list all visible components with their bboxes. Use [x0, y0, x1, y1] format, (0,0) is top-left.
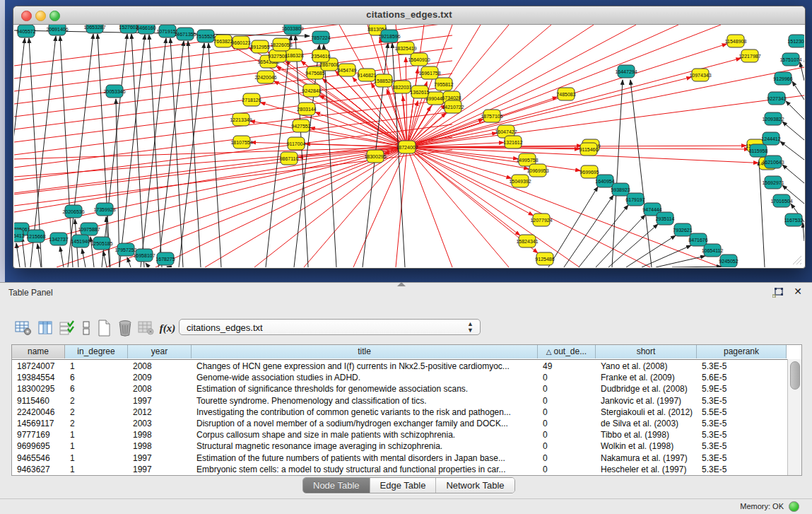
graph-node[interactable]: 9115460 [579, 143, 599, 156]
cell-out_de[interactable]: 0 [538, 407, 596, 418]
window-titlebar[interactable]: citations_edges.txt [13, 6, 805, 25]
cell-out_de[interactable]: 49 [538, 361, 596, 372]
graph-node[interactable]: 7663822 [213, 35, 233, 47]
cell-name[interactable]: 9465546 [12, 452, 65, 464]
graph-node[interactable]: 18325419 [394, 42, 416, 54]
cell-pagerank[interactable]: 5.5E-5 [697, 407, 787, 418]
cell-in_degree[interactable]: 1 [65, 429, 128, 440]
table-selector-dropdown[interactable]: citations_edges.txt ▲▼ [179, 319, 481, 335]
cell-name[interactable]: 18300295 [12, 383, 65, 395]
graph-node[interactable]: 10974343 [689, 69, 711, 81]
table-row[interactable]: 1938455462009Genome-wide association stu… [12, 372, 787, 383]
graph-node[interactable]: 10654112 [702, 244, 724, 257]
graph-node[interactable]: 18300295 [364, 150, 386, 163]
cell-in_degree[interactable]: 6 [65, 383, 128, 395]
cell-title[interactable]: Tourette syndrome. Phenomenology and cla… [192, 395, 538, 407]
cell-title[interactable]: Estimation of significance thresholds fo… [192, 383, 538, 395]
cell-short[interactable]: Nakamura et al. (1997) [596, 452, 697, 464]
graph-node[interactable]: 9405572 [16, 25, 35, 37]
graph-node[interactable]: 1527602 [119, 25, 138, 33]
cell-title[interactable]: Estimation of the future numbers of pati… [192, 452, 538, 464]
graph-node[interactable]: 7485083 [556, 88, 575, 100]
graph-node[interactable]: 1512304 [787, 35, 804, 47]
table-row[interactable]: 977716911998Corpus callosum shape and si… [12, 429, 787, 440]
cell-name[interactable]: 9699695 [12, 440, 65, 452]
graph-node[interactable]: 8454749 [337, 64, 356, 76]
graph-node[interactable]: 2803144 [297, 103, 316, 115]
cell-year[interactable]: 1997 [128, 395, 192, 407]
graph-node[interactable]: 9227343 [767, 92, 786, 105]
column-header-out_de[interactable]: △out_de... [538, 345, 596, 358]
cell-out_de[interactable]: 0 [538, 452, 596, 464]
graph-hub-node[interactable]: 18724007 [396, 141, 418, 153]
graph-node[interactable]: 1588520 [374, 74, 393, 87]
graph-node[interactable]: 9427552 [291, 119, 310, 132]
table-row[interactable]: 969969511998Structural magnetic resonanc… [12, 440, 787, 452]
cell-out_de[interactable]: 0 [538, 464, 596, 475]
table-row[interactable]: 1872400712008Changes of HCN gene express… [12, 361, 787, 372]
cell-name[interactable]: 19384554 [12, 372, 65, 383]
graph-node[interactable]: 12213349 [230, 113, 252, 126]
cell-short[interactable]: Wolkin et al. (1998) [596, 440, 697, 452]
vertical-scrollbar[interactable] [787, 359, 801, 475]
cell-short[interactable]: Dudbridge et al. (2008) [596, 383, 697, 395]
graph-node[interactable]: 1167533 [784, 214, 804, 226]
cell-title[interactable]: Structural magnetic resonance image aver… [192, 440, 538, 452]
cell-short[interactable]: Yano et al. (2008) [596, 361, 697, 372]
cell-year[interactable]: 2009 [128, 372, 192, 383]
cell-name[interactable]: 9463627 [12, 464, 65, 475]
cell-out_de[interactable]: 0 [538, 440, 596, 452]
select-rows-icon[interactable] [57, 318, 78, 338]
cell-in_degree[interactable]: 2 [65, 407, 128, 418]
graph-node[interactable]: 2354616 [311, 49, 330, 62]
graph-node[interactable]: 1362615 [410, 86, 429, 98]
cell-pagerank[interactable]: 5.3E-5 [697, 361, 787, 372]
cell-in_degree[interactable]: 1 [65, 361, 128, 372]
cell-out_de[interactable]: 0 [538, 395, 596, 407]
cell-title[interactable]: Changes of HCN gene expression and I(f) … [192, 361, 538, 372]
graph-node[interactable]: 1451940 [71, 235, 90, 247]
graph-node[interactable]: 16961758 [418, 66, 440, 79]
import-table-icon[interactable] [136, 318, 157, 338]
graph-node[interactable]: 17016504 [770, 194, 792, 207]
graph-node[interactable]: 14671355 [174, 28, 196, 40]
cell-year[interactable]: 1997 [128, 464, 192, 475]
graph-node[interactable]: 9245052 [719, 255, 738, 267]
graph-node[interactable]: 7857224 [311, 31, 330, 44]
table-row[interactable]: 1830029562008Estimation of significance … [12, 383, 787, 395]
cell-name[interactable]: 18724007 [12, 361, 65, 372]
graph-node[interactable]: 9117004 [287, 137, 306, 150]
cell-title[interactable]: Corpus callosum shape and size in male p… [192, 429, 538, 440]
graph-node[interactable]: 9699695 [579, 165, 599, 178]
graph-node[interactable]: 10969953 [526, 164, 548, 177]
table-row[interactable]: 946554611997Estimation of the future num… [12, 452, 787, 464]
cell-in_degree[interactable]: 6 [65, 372, 128, 383]
graph-node[interactable]: 16033809 [281, 25, 303, 35]
graph-node[interactable]: 20053346 [103, 85, 125, 98]
table-row[interactable]: 911546021997Tourette syndrome. Phenomeno… [12, 395, 787, 407]
cell-name[interactable]: 9777169 [12, 429, 65, 440]
graph-node[interactable]: 10975887 [78, 223, 100, 235]
cell-year[interactable]: 2012 [128, 407, 192, 418]
cell-in_degree[interactable]: 1 [65, 440, 128, 452]
column-header-pagerank[interactable]: pagerank [697, 345, 787, 358]
cell-short[interactable]: Hescheler et al. (1997) [596, 464, 697, 475]
cell-year[interactable]: 1998 [128, 440, 192, 452]
cell-pagerank[interactable]: 5.3E-5 [697, 452, 787, 464]
float-panel-icon[interactable] [772, 288, 784, 298]
splitter-handle-icon[interactable] [397, 282, 406, 286]
delete-table-icon[interactable] [114, 318, 136, 338]
graph-node[interactable]: 22420046 [254, 71, 276, 83]
cell-out_de[interactable]: 0 [538, 372, 596, 383]
graph-node[interactable]: 1342737 [49, 233, 68, 245]
graph-node[interactable]: 9327508 [268, 49, 287, 62]
cell-name[interactable]: 9115460 [12, 395, 65, 407]
graph-node[interactable]: 9146821 [357, 69, 376, 81]
graph-node[interactable]: 1678275 [155, 252, 175, 265]
graph-node[interactable]: 16210643 [762, 156, 784, 168]
graph-node[interactable]: 15824341 [516, 235, 538, 247]
cell-pagerank[interactable]: 5.9E-5 [697, 383, 787, 395]
cell-pagerank[interactable]: 5.6E-5 [697, 372, 787, 383]
graph-node[interactable]: 18226058 [270, 38, 292, 51]
cell-short[interactable]: Jankovic et al. (1997) [596, 395, 697, 407]
